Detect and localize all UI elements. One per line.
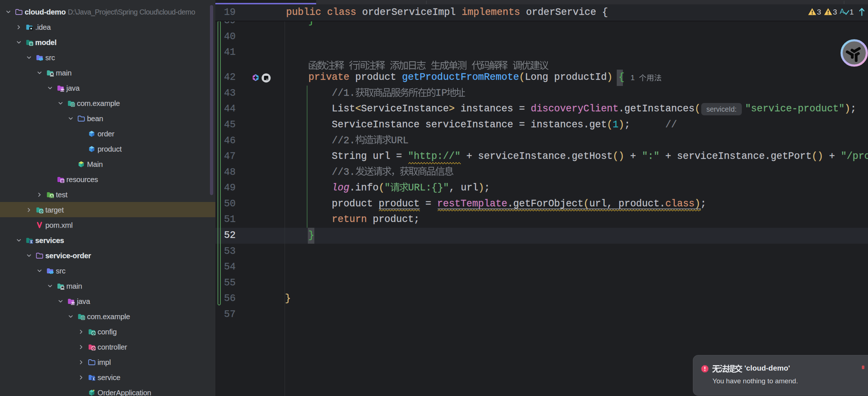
svg-text:A: A	[840, 7, 845, 15]
